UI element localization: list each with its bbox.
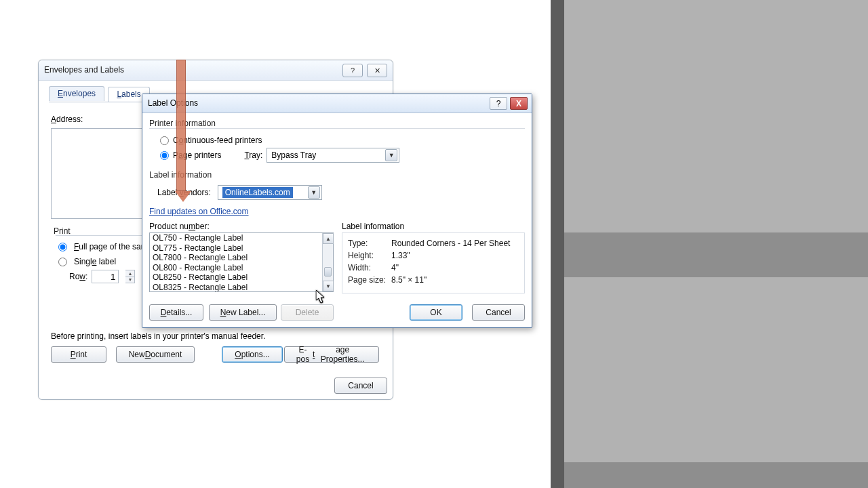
product-number-label: Product number: [149, 222, 210, 231]
new-document-button[interactable]: New Document [116, 346, 195, 363]
product-number-listbox[interactable]: OL750 - Rectangle Label OL775 - Rectangl… [149, 232, 334, 292]
doc-background-band [564, 232, 868, 277]
svg-marker-0 [316, 290, 324, 303]
dialog-title: Label Options [148, 98, 198, 108]
list-item[interactable]: OL7800 - Rectangle Label [150, 253, 322, 263]
radio-full-page[interactable] [58, 243, 67, 251]
print-group-label: Print [54, 226, 71, 236]
tab-labels-rest: abels [121, 89, 141, 99]
dropdown-arrow-icon: ▼ [385, 149, 397, 161]
pagesize-value: 8.5" × 11" [391, 275, 427, 285]
scroll-thumb[interactable] [324, 267, 332, 277]
list-item[interactable]: OL8325 - Rectangle Label [150, 283, 322, 292]
radio-single-label[interactable] [58, 258, 67, 266]
close-button[interactable]: X [510, 97, 528, 110]
doc-background-band-2 [564, 462, 868, 488]
tray-label: Tray: [244, 150, 262, 160]
address-label: Address: [51, 115, 83, 124]
close-button[interactable]: ✕ [367, 64, 387, 77]
tabstrip: Envelopes Labels [49, 86, 151, 102]
cancel-button[interactable]: Cancel [334, 378, 387, 394]
dialog-title: Envelopes and Labels [44, 65, 124, 75]
options-button[interactable]: Options... [222, 346, 283, 363]
radio-page-printers[interactable] [160, 151, 169, 160]
list-item[interactable]: OL800 - Rectangle Label [150, 263, 322, 273]
delete-button: Delete [281, 304, 334, 321]
list-item[interactable]: OL750 - Rectangle Label [150, 233, 322, 243]
row-spinner[interactable]: ▲▼ [125, 270, 135, 283]
radio-single-label-text: Single label [74, 257, 116, 266]
row-label: Row: [69, 272, 87, 281]
row-input[interactable] [92, 270, 119, 283]
mouse-cursor-icon [316, 290, 326, 304]
print-button[interactable]: Print [51, 346, 106, 363]
radio-continuous-feed[interactable] [160, 136, 169, 145]
scroll-up-button[interactable]: ▲ [323, 233, 334, 244]
width-value: 4" [391, 263, 399, 272]
type-value: Rounded Corners - 14 Per Sheet [391, 239, 510, 248]
list-item[interactable]: OL775 - Rectangle Label [150, 243, 322, 253]
type-key: Type: [348, 239, 391, 248]
height-key: Height: [348, 251, 391, 260]
details-button[interactable]: Details... [149, 304, 203, 321]
label-info-panel-title: Label information [342, 222, 404, 231]
help-button[interactable]: ? [490, 97, 507, 110]
printer-info-group: Continuous-feed printers Page printers T… [149, 128, 525, 173]
dialog-label-options: Label Options ? X Printer information Co… [142, 94, 532, 328]
new-label-button[interactable]: New Label... [209, 304, 277, 321]
radio-full-page-label: Full page of the sam [74, 242, 148, 251]
vendor-select-value: OnlineLabels.com [222, 187, 293, 198]
list-item[interactable]: OL8250 - Rectangle Label [150, 272, 322, 283]
tab-envelopes-rest: nvelopes [63, 89, 96, 98]
scrollbar[interactable]: ▲ ▼ [322, 233, 333, 291]
cancel-button[interactable]: Cancel [472, 304, 525, 321]
titlebar: Label Options ? X [142, 94, 532, 113]
print-hint: Before printing, insert labels in your p… [51, 331, 265, 341]
epostage-properties-button[interactable]: E-postage Properties... [284, 346, 379, 363]
pagesize-key: Page size: [348, 275, 391, 285]
annotation-arrow-icon [175, 60, 187, 202]
titlebar: Envelopes and Labels ? ✕ [39, 60, 393, 81]
help-button[interactable]: ? [342, 64, 363, 77]
width-key: Width: [348, 263, 391, 272]
vendor-select[interactable]: OnlineLabels.com ▼ [218, 185, 322, 200]
dropdown-arrow-icon: ▼ [308, 186, 320, 199]
tray-select[interactable]: Bypass Tray ▼ [267, 148, 399, 163]
tray-select-value: Bypass Tray [271, 150, 316, 160]
height-value: 1.33" [391, 251, 410, 260]
tab-envelopes[interactable]: Envelopes [49, 86, 104, 101]
find-updates-link[interactable]: Find updates on Office.com [149, 207, 249, 216]
doc-edge-strip [551, 0, 564, 488]
ok-button[interactable]: OK [410, 304, 462, 321]
product-number-list: OL750 - Rectangle Label OL775 - Rectangl… [150, 233, 322, 291]
label-info-panel: Type:Rounded Corners - 14 Per Sheet Heig… [342, 232, 525, 293]
